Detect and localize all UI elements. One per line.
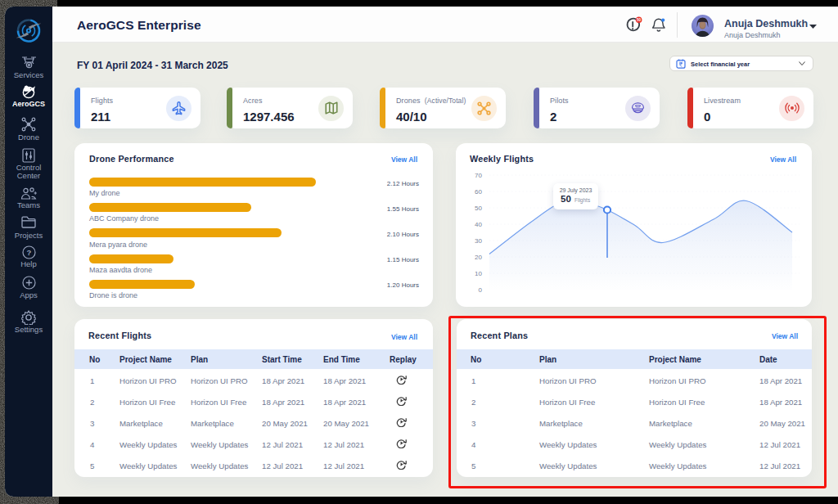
- svg-text:?: ?: [27, 248, 32, 257]
- svg-text:50: 50: [637, 18, 642, 22]
